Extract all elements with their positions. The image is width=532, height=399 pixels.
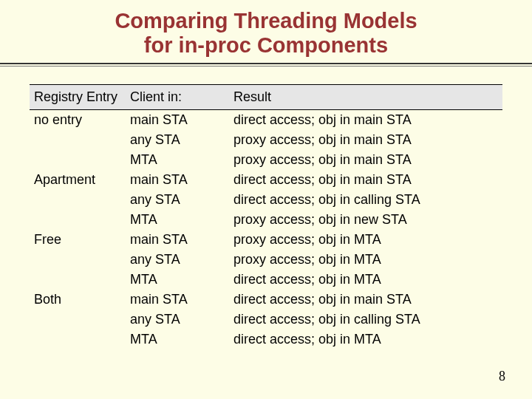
rule-thick	[0, 63, 532, 64]
cell-registry: Apartment	[30, 170, 126, 190]
cell-client: any STA	[126, 310, 229, 330]
header-registry: Registry Entry	[30, 84, 126, 109]
table-row: MTA proxy access; obj in new STA	[30, 210, 502, 230]
cell-registry: Free	[30, 230, 126, 250]
cell-registry: Both	[30, 290, 126, 310]
table-row: any STA proxy access; obj in main STA	[30, 130, 502, 150]
slide-title: Comparing Threading Models for in-proc C…	[0, 0, 532, 58]
cell-client: MTA	[126, 270, 229, 290]
threading-table: Registry Entry Client in: Result no entr…	[30, 84, 502, 349]
cell-result: direct access; obj in calling STA	[229, 190, 502, 210]
cell-result: direct access; obj in calling STA	[229, 310, 502, 330]
table-row: Free main STA proxy access; obj in MTA	[30, 230, 502, 250]
cell-client: MTA	[126, 330, 229, 349]
cell-registry	[30, 330, 126, 349]
cell-result: direct access; obj in MTA	[229, 330, 502, 349]
cell-client: any STA	[126, 190, 229, 210]
cell-result: direct access; obj in main STA	[229, 170, 502, 190]
slide: Comparing Threading Models for in-proc C…	[0, 0, 532, 399]
cell-result: direct access; obj in MTA	[229, 270, 502, 290]
cell-registry: no entry	[30, 109, 126, 130]
title-line-1: Comparing Threading Models	[0, 9, 532, 33]
table-body: no entry main STA direct access; obj in …	[30, 109, 502, 349]
table-header-row: Registry Entry Client in: Result	[30, 84, 502, 109]
cell-client: MTA	[126, 210, 229, 230]
table-row: Both main STA direct access; obj in main…	[30, 290, 502, 310]
cell-result: proxy access; obj in MTA	[229, 230, 502, 250]
header-result: Result	[229, 84, 502, 109]
cell-registry	[30, 130, 126, 150]
cell-registry	[30, 250, 126, 270]
table-row: Apartment main STA direct access; obj in…	[30, 170, 502, 190]
table-row: any STA direct access; obj in calling ST…	[30, 190, 502, 210]
cell-client: any STA	[126, 130, 229, 150]
cell-result: proxy access; obj in main STA	[229, 150, 502, 170]
table-row: MTA direct access; obj in MTA	[30, 270, 502, 290]
table-row: any STA proxy access; obj in MTA	[30, 250, 502, 270]
table-container: Registry Entry Client in: Result no entr…	[30, 84, 511, 349]
cell-registry	[30, 310, 126, 330]
cell-result: direct access; obj in main STA	[229, 290, 502, 310]
cell-client: any STA	[126, 250, 229, 270]
cell-client: main STA	[126, 290, 229, 310]
cell-client: main STA	[126, 109, 229, 130]
page-number: 8	[499, 369, 505, 384]
table-row: any STA direct access; obj in calling ST…	[30, 310, 502, 330]
cell-client: MTA	[126, 150, 229, 170]
header-client: Client in:	[126, 84, 229, 109]
cell-result: proxy access; obj in main STA	[229, 130, 502, 150]
table-row: MTA direct access; obj in MTA	[30, 330, 502, 349]
cell-registry	[30, 190, 126, 210]
cell-client: main STA	[126, 170, 229, 190]
rule-thin	[0, 66, 532, 66]
cell-registry	[30, 210, 126, 230]
table-row: no entry main STA direct access; obj in …	[30, 109, 502, 130]
title-rule	[0, 63, 532, 66]
title-line-2: for in-proc Components	[0, 33, 532, 58]
cell-client: main STA	[126, 230, 229, 250]
cell-registry	[30, 270, 126, 290]
cell-result: proxy access; obj in new STA	[229, 210, 502, 230]
cell-registry	[30, 150, 126, 170]
table-row: MTA proxy access; obj in main STA	[30, 150, 502, 170]
cell-result: proxy access; obj in MTA	[229, 250, 502, 270]
cell-result: direct access; obj in main STA	[229, 109, 502, 130]
